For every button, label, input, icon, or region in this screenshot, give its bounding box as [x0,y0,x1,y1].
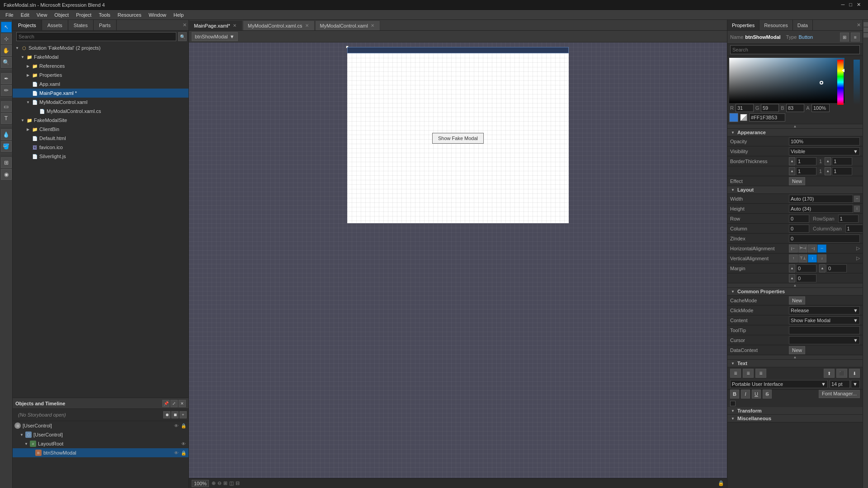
menu-view[interactable]: View [33,11,51,19]
width-input[interactable] [789,195,853,203]
search-input[interactable] [16,32,176,41]
text-checkbox[interactable] [730,401,736,406]
tab-parts[interactable]: Parts [94,20,117,30]
right-panel-close[interactable]: ✕ [855,20,863,30]
lock-icon-root[interactable]: 🔒 [180,422,187,429]
zoom-tool[interactable]: 🔍 [1,57,12,68]
halign-center-btn[interactable]: ⊢⊣ [798,244,807,253]
tab-mymodalcontrol-cs-close[interactable]: ✕ [304,23,310,28]
status-icon2[interactable]: ⊖ [217,480,222,486]
text-align-left-btn[interactable]: ≡ [730,369,741,378]
panel-close-btn[interactable]: ✕ [181,22,189,28]
selection-tool[interactable]: ↖ [1,22,12,33]
paint-bucket-tool[interactable]: 🪣 [1,141,12,152]
clickmode-dropdown[interactable]: Release ▼ [789,306,860,314]
maximize-btn[interactable]: □ [849,2,852,8]
bt-input3[interactable] [796,167,816,175]
clientbin-item[interactable]: ▶ 📁 ClientBin [13,125,189,134]
row-input[interactable] [789,215,809,223]
valign-expand-btn[interactable]: ▷ [856,255,860,261]
obj-ctrl-expand[interactable]: ⤢ [170,400,178,407]
bt-input2[interactable] [832,157,852,165]
font-family-dropdown[interactable]: Portable User Interface ▼ [730,380,828,388]
bt-spinner-up4[interactable]: ▲ [825,167,831,175]
btnshowmodal-item[interactable]: ▶ B btnShowModal 👁 🔒 [13,448,189,457]
text-align-right-btn[interactable]: ≡ [755,369,766,378]
rowspan-input[interactable] [838,215,859,223]
valign-center-btn[interactable]: ⊤⊥ [798,254,807,263]
prop-search-input[interactable] [730,45,860,54]
g-input[interactable]: 59 [761,104,779,112]
menu-tools[interactable]: Tools [95,11,114,19]
status-icon5[interactable]: ⊟ [236,480,240,486]
tab-mymodalcontrol-xaml[interactable]: MyModalControl.xaml ✕ [315,20,380,30]
color-alpha[interactable] [854,60,860,105]
valign-stretch-btn[interactable]: ↕ [808,254,817,263]
text-align-bottom-btn[interactable]: ⬇ [849,369,860,378]
pencil-tool[interactable]: ✏ [1,85,12,96]
pen-tool[interactable]: ✒ [1,73,12,84]
halign-expand-btn[interactable]: ▷ [856,245,860,251]
lock-icon-btn[interactable]: 🔒 [180,450,187,456]
pan-tool[interactable]: ✋ [1,45,12,56]
right-tab-data[interactable]: Data [793,20,813,30]
storyboard-record-btn[interactable]: ⏺ [163,411,170,418]
text-section-header[interactable]: ▼ Text [727,360,863,367]
layoutroot-item[interactable]: ▼ # LayoutRoot 👁 [13,439,189,448]
valign-bottom-btn[interactable]: ↓ [817,254,826,263]
menu-help[interactable]: Help [170,11,188,19]
usercontrol-child-item[interactable]: ▼ ⬡ [UserControl] [13,430,189,439]
layout-section-header[interactable]: ▼ Layout [727,186,863,194]
strip-btn1[interactable] [863,22,868,27]
collapse-layout-bar[interactable]: ▲ [727,283,863,288]
height-input[interactable] [789,205,853,213]
status-icon3[interactable]: ⊞ [223,480,227,486]
zoom-value[interactable]: 100% [192,480,209,487]
favicon-ico-item[interactable]: ▶ 🖼 favicon.ico [13,143,189,152]
color-swatch[interactable] [729,113,738,122]
colspan-input[interactable] [845,225,863,233]
transform-section-header[interactable]: ▼ Transform [727,407,863,415]
tab-assets[interactable]: Assets [42,20,68,30]
obj-ctrl-pin[interactable]: 📌 [162,400,170,407]
eyedropper-tool[interactable]: 💧 [1,129,12,140]
color-picker-area[interactable]: R 31 G 59 B 83 A 100% #FF1F3B53 [727,56,863,124]
font-size-input[interactable] [830,380,850,388]
font-manager-btn[interactable]: Font Manager... [819,390,860,398]
direct-select-tool[interactable]: ⊹ [1,33,12,44]
menu-resources[interactable]: Resources [114,11,145,19]
visibility-dropdown[interactable]: Visible ▼ [789,147,860,155]
strikethrough-btn[interactable]: S [763,389,772,399]
opacity-input[interactable] [789,137,860,145]
visibility-icon-layout[interactable]: 👁 [180,441,187,447]
tooltip-input[interactable] [789,326,860,334]
height-expand-icon[interactable]: ↕ [854,206,860,212]
status-icon4[interactable]: ◫ [229,480,234,486]
eyedropper-swatch[interactable] [740,114,747,121]
project-fakemodal[interactable]: ▼ 📁 FakeModal [13,52,189,61]
mymodalcontrol-cs-item[interactable]: ▶ 📄 MyModalControl.xaml.cs [13,107,189,116]
color-spectrum[interactable] [837,60,844,105]
common-section-header[interactable]: ▼ Common Properties [727,288,863,296]
menu-project[interactable]: Project [72,11,95,19]
valign-top-btn[interactable]: ↑ [789,254,798,263]
mymodalcontrol-xaml-item[interactable]: ▼ 📄 MyModalControl.xaml [13,98,189,107]
canvas-area[interactable]: Show Fake Modal [189,42,727,478]
prop-grid-btn[interactable]: ⊞ [840,33,849,42]
close-btn[interactable]: ✕ [857,2,861,8]
search-icon-btn[interactable]: 🔍 [178,32,187,41]
rect-tool[interactable]: ▭ [1,101,12,112]
properties-item[interactable]: ▶ 📁 Properties [13,70,189,80]
bt-spinner-up1[interactable]: ▲ [789,157,795,165]
solution-item[interactable]: ▼ ⬡ Solution 'FakeModal' (2 projects) [13,43,189,52]
a-input[interactable]: 100% [811,104,830,112]
silverlight-js-item[interactable]: ▶ 📄 Silverlight.js [13,152,189,161]
text-align-middle-btn[interactable]: ⬛ [836,369,847,378]
usercontrol-root-item[interactable]: ⊞ [UserControl] 👁 🔒 [13,421,189,430]
menu-window[interactable]: Window [145,11,170,19]
column-input[interactable] [789,225,809,233]
collapse-color-bar[interactable]: ▲ [727,124,863,129]
margin-spinner3[interactable]: ▲ [789,274,795,282]
tab-mymodalcontrol-xaml-close[interactable]: ✕ [370,23,375,28]
right-tab-resources[interactable]: Resources [760,20,793,30]
